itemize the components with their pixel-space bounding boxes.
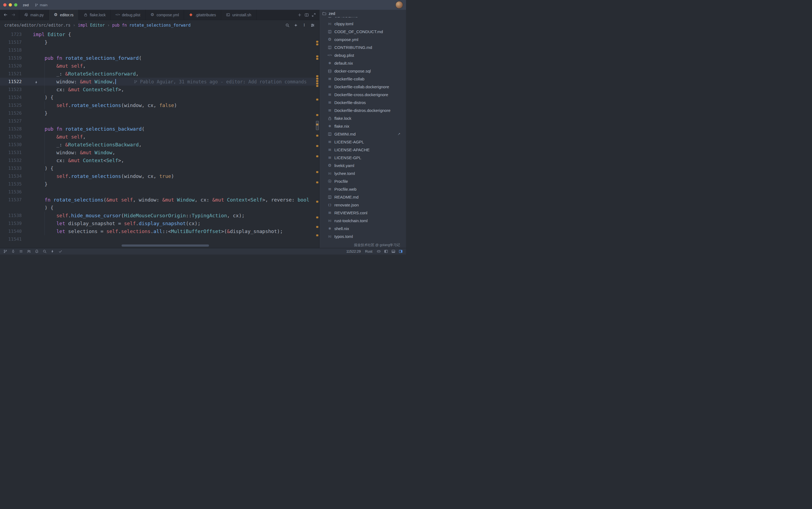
code-line-11522[interactable]: 11522 window: &mut Window,Pablo Aguiar, … xyxy=(0,78,319,86)
file-item[interactable]: ❄default.nix xyxy=(320,59,406,67)
code-line-11528[interactable]: 11528 pub fn rotate_selections_backward( xyxy=(0,125,319,133)
file-item[interactable]: ≡Dockerfile-collab.dockerignore xyxy=(320,83,406,91)
code-line-11519[interactable]: 11519 pub fn rotate_selections_forward( xyxy=(0,54,319,62)
file-item[interactable]: ≡Dockerfile-collab xyxy=(320,75,406,83)
tab-flake.lock[interactable]: flake.lock xyxy=(79,10,111,20)
diagnostics-icon[interactable] xyxy=(58,249,63,253)
code-line-11531[interactable]: 11531 window: &mut Window, xyxy=(0,148,319,157)
tab-uninstall.sh[interactable]: uninstall.sh xyxy=(221,10,256,20)
code-line-11527[interactable]: 11527 xyxy=(0,117,319,125)
vertical-scrollbar[interactable] xyxy=(316,30,319,248)
code-line-11537[interactable]: 11537 fn rotate_selections(&mut self, wi… xyxy=(0,196,319,204)
file-item[interactable]: GEMINI.md↗ xyxy=(320,130,406,138)
code-line-11535[interactable]: 11535 } xyxy=(0,180,319,188)
copilot-icon[interactable] xyxy=(377,249,381,253)
breadcrumb[interactable]: crates/editor/src/editor.rs›implEditor›p… xyxy=(4,23,190,28)
code-line-11520[interactable]: 11520 &mut self, xyxy=(0,62,319,70)
code-line-11526[interactable]: 11526 } xyxy=(0,109,319,117)
inline-assist-icon[interactable] xyxy=(294,23,298,27)
scrollbar-thumb[interactable] xyxy=(316,121,319,130)
file-item[interactable]: </>debug.plist xyxy=(320,51,406,59)
search-icon[interactable] xyxy=(43,249,47,253)
git-branch-button[interactable]: main xyxy=(35,3,47,7)
minimize-window-button[interactable] xyxy=(9,3,12,6)
horizontal-scrollbar[interactable] xyxy=(121,244,209,247)
file-item[interactable]: ≡LICENSE-APACHE xyxy=(320,146,406,154)
file-item[interactable]: [t]typos.toml xyxy=(320,233,406,240)
code-editor[interactable]: 1723impl Editor { 11517 }1151811519 pub … xyxy=(0,30,319,248)
cursor-position[interactable]: 11522:29 xyxy=(346,249,361,253)
file-item[interactable]: ⒽProcfile xyxy=(320,177,406,185)
notifications-icon[interactable] xyxy=(35,249,39,253)
zoom-pane-icon[interactable] xyxy=(311,13,316,17)
new-tab-icon[interactable] xyxy=(297,13,302,17)
file-item[interactable]: ⚙compose.yml xyxy=(320,36,406,43)
source-control-icon[interactable] xyxy=(3,249,7,253)
file-item[interactable]: [t]rust-toolchain.toml xyxy=(320,217,406,225)
tab-debug.plist[interactable]: </>debug.plist xyxy=(111,10,145,20)
file-item[interactable]: ≡LICENSE-GPL xyxy=(320,154,406,162)
project-root[interactable]: zed xyxy=(320,10,406,17)
code-line-11539[interactable]: 11539 let display_snapshot = self.displa… xyxy=(0,219,319,227)
file-item[interactable]: ≡LICENSE-AGPL xyxy=(320,138,406,146)
code-line-11521[interactable]: 11521 _: &RotateSelectionsForward, xyxy=(0,70,319,78)
file-item[interactable]: docker-compose.sql xyxy=(320,67,406,75)
code-text: } xyxy=(27,38,319,46)
file-item[interactable]: README.md xyxy=(320,193,406,201)
code-line-11538[interactable]: 11538 self.hide_mouse_cursor(HideMouseCu… xyxy=(0,212,319,219)
dock-left-icon[interactable] xyxy=(384,249,388,253)
text-cursor-icon[interactable]: I xyxy=(302,23,306,27)
code-line-11540[interactable]: 11540 let selections = self.selections.a… xyxy=(0,227,319,235)
tab-main.py[interactable]: main.py xyxy=(19,10,49,20)
search-icon[interactable] xyxy=(285,23,290,27)
dock-bottom-icon[interactable] xyxy=(391,249,396,253)
quick-actions-icon[interactable] xyxy=(50,249,54,253)
file-item[interactable]: CODE_OF_CONDUCT.md xyxy=(320,28,406,36)
file-item[interactable]: ≡Dockerfile-distros.dockerignore xyxy=(320,106,406,114)
code-action-icon[interactable] xyxy=(34,79,38,83)
file-item[interactable]: flake.lock xyxy=(320,114,406,122)
file-item[interactable]: [t]clippy.toml xyxy=(320,20,406,28)
code-line-11530[interactable]: 11530 _: &RotateSelectionsBackward, xyxy=(0,141,319,148)
code-line-11518[interactable]: 11518 xyxy=(0,46,319,54)
code-line-11525[interactable]: 11525 self.rotate_selections(window, cx,… xyxy=(0,101,319,109)
outline-icon[interactable] xyxy=(19,249,23,253)
avatar[interactable] xyxy=(396,1,403,8)
code-line-11541[interactable]: 11541 xyxy=(0,235,319,243)
file-item[interactable]: ❄shell.nix xyxy=(320,225,406,233)
git-modified-mark xyxy=(316,181,318,183)
code-line-11532[interactable]: 11532 cx: &mut Context<Self>, xyxy=(0,157,319,164)
editor-controls-icon[interactable] xyxy=(310,23,315,27)
code-line-11517[interactable]: 11517 } xyxy=(0,38,319,46)
code-line-11536[interactable]: 11536 xyxy=(0,188,319,196)
lock-icon xyxy=(328,116,332,121)
close-window-button[interactable] xyxy=(3,3,6,6)
fullscreen-window-button[interactable] xyxy=(14,3,17,6)
file-item[interactable]: ⚙livekit.yaml xyxy=(320,162,406,169)
code-line-11524[interactable]: 11524 ) { xyxy=(0,94,319,101)
language-selector[interactable]: Rust xyxy=(365,249,372,253)
file-item[interactable]: CONTRIBUTING.md xyxy=(320,43,406,51)
code-line-wrap[interactable]: ) { xyxy=(0,204,319,212)
code-line-1723[interactable]: 1723impl Editor { xyxy=(0,30,319,38)
tab-.gitattributes[interactable]: .gitattributes xyxy=(184,10,221,20)
file-item[interactable]: ❄flake.nix xyxy=(320,122,406,130)
tab-compose.yml[interactable]: ⚙compose.yml xyxy=(145,10,184,20)
tab-editor.rs[interactable]: ⚙editor.rs xyxy=(49,10,79,20)
code-line-11529[interactable]: 11529 &mut self, xyxy=(0,133,319,141)
code-line-11523[interactable]: 11523 cx: &mut Context<Self>, xyxy=(0,86,319,94)
file-item[interactable]: {}renovate.json xyxy=(320,201,406,209)
file-item[interactable]: ≡Procfile.web xyxy=(320,185,406,193)
dock-right-icon[interactable] xyxy=(399,249,403,253)
code-line-11533[interactable]: 11533 ) { xyxy=(0,164,319,172)
nav-back-button[interactable] xyxy=(3,12,8,17)
file-item[interactable]: [t]lychee.toml xyxy=(320,169,406,177)
file-item[interactable]: ≡REVIEWERS.conl xyxy=(320,209,406,217)
file-item[interactable]: ≡Dockerfile-cross.dockerignore xyxy=(320,91,406,99)
file-item[interactable]: ≡Dockerfile-distros xyxy=(320,99,406,106)
assistant-icon[interactable] xyxy=(11,249,15,253)
code-line-11534[interactable]: 11534 self.rotate_selections(window, cx,… xyxy=(0,172,319,180)
collab-icon[interactable] xyxy=(27,249,31,253)
nav-forward-button[interactable] xyxy=(11,12,16,17)
split-pane-icon[interactable] xyxy=(304,13,309,17)
